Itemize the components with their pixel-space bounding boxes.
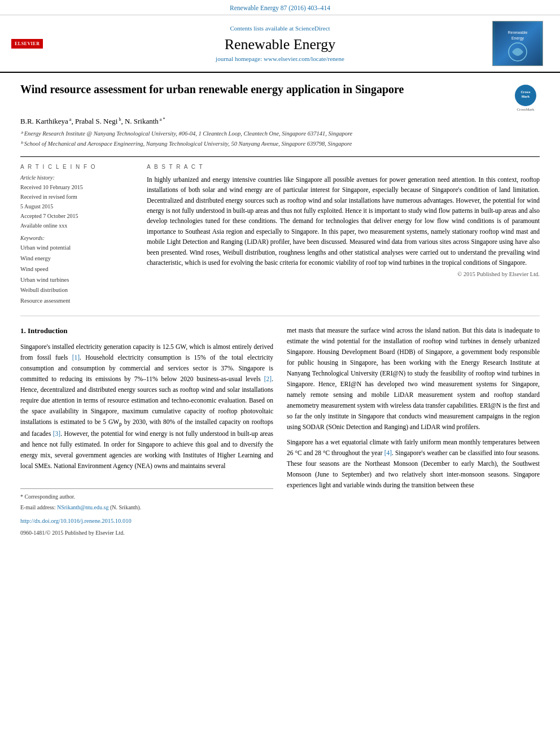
abstract-label: A B S T R A C T: [147, 164, 540, 170]
elsevier-text: ELSEVIER: [11, 39, 43, 49]
paper-title: Wind resource assessment for urban renew…: [20, 82, 404, 97]
journal-homepage-link[interactable]: www.elsevier.com/locate/renene: [264, 55, 344, 62]
article-info-label: A R T I C L E I N F O: [20, 164, 133, 170]
author-srikanth: N. Srikanth: [125, 117, 159, 125]
body-left-col: 1. Introduction Singapore's installed el…: [20, 325, 273, 537]
issn-line: 0960-1481/© 2015 Published by Elsevier L…: [20, 528, 273, 538]
elsevier-logo: ELSEVIER: [11, 39, 73, 49]
section1-heading: 1. Introduction: [20, 325, 273, 337]
section-divider: [20, 316, 540, 316]
article-info-block: A R T I C L E I N F O Article history: R…: [20, 164, 133, 307]
copyright-line: © 2015 Published by Elsevier Ltd.: [147, 271, 540, 277]
keywords-list: Urban wind potential Wind energy Wind sp…: [20, 243, 133, 307]
title-row: Wind resource assessment for urban renew…: [20, 82, 540, 112]
section1-left-para: Singapore's installed electricity genera…: [20, 342, 273, 471]
abstract-text: In highly urbanized and energy intensive…: [147, 174, 540, 268]
sciencedirect-link[interactable]: ScienceDirect: [295, 25, 330, 32]
keywords-label: Keywords:: [20, 235, 133, 241]
section1-right-para2: Singapore has a wet equatorial climate w…: [287, 437, 540, 491]
kw-5: Weibull distribution: [20, 285, 133, 296]
affil-a: ᵃ Energy Research Institute @ Nanyang Te…: [20, 129, 540, 138]
svg-text:Renewable: Renewable: [508, 30, 527, 34]
main-content: Wind resource assessment for urban renew…: [0, 73, 560, 547]
article-info-abstract: A R T I C L E I N F O Article history: R…: [20, 156, 540, 307]
crossmark-label: CrossMark: [517, 107, 534, 112]
journal-badge: Renewable Energy: [492, 21, 543, 66]
section1-right-para1: met masts that measure the surface wind …: [287, 325, 540, 433]
affil-b: ᵇ School of Mechanical and Aerospace Eng…: [20, 139, 540, 148]
doi-link[interactable]: http://dx.doi.org/10.1016/j.renene.2015.…: [20, 517, 273, 526]
crossmark-icon: Cross Mark: [515, 85, 536, 106]
kw-1: Urban wind potential: [20, 243, 133, 254]
journal-badge-area: Renewable Energy: [487, 21, 549, 66]
svg-text:Cross: Cross: [520, 90, 531, 94]
kw-3: Wind speed: [20, 264, 133, 275]
journal-header: ELSEVIER Contents lists available at Sci…: [0, 15, 560, 73]
journal-title-block: Contents lists available at ScienceDirec…: [73, 25, 487, 62]
abstract-block: A B S T R A C T In highly urbanized and …: [147, 164, 540, 307]
svg-text:Mark: Mark: [522, 95, 530, 98]
keywords-block: Keywords: Urban wind potential Wind ener…: [20, 235, 133, 307]
svg-rect-0: [495, 23, 540, 65]
footnote-email: E-mail address: NSrikanth@ntu.edu.sg (N.…: [20, 503, 273, 512]
kw-6: Resource assessment: [20, 296, 133, 307]
received-date: Received 10 February 2015 Received in re…: [20, 182, 133, 230]
journal-citation-link[interactable]: Renewable Energy 87 (2016) 403–414: [230, 5, 330, 11]
footnote-area: * Corresponding author. E-mail address: …: [20, 488, 273, 538]
crossmark-badge: Cross Mark CrossMark: [511, 84, 540, 112]
journal-title: Renewable Energy: [225, 36, 336, 53]
body-right-col: met masts that measure the surface wind …: [287, 325, 540, 537]
author-karthikeya: B.R. Karthikeya: [20, 117, 68, 125]
body-content: 1. Introduction Singapore's installed el…: [20, 325, 540, 537]
kw-2: Wind energy: [20, 254, 133, 264]
svg-text:Energy: Energy: [511, 36, 524, 41]
history-group: Article history: Received 10 February 20…: [20, 174, 133, 230]
journal-citation-bar: Renewable Energy 87 (2016) 403–414: [0, 0, 560, 15]
kw-4: Urban wind turbines: [20, 275, 133, 286]
affiliations: ᵃ Energy Research Institute @ Nanyang Te…: [20, 129, 540, 148]
author-negi: Prabal S. Negi: [75, 117, 117, 125]
contents-available-line: Contents lists available at ScienceDirec…: [230, 25, 330, 32]
footnote-email-address[interactable]: NSrikanth@ntu.edu.sg: [57, 504, 108, 510]
history-label: Article history:: [20, 174, 133, 181]
footnote-star: * Corresponding author.: [20, 492, 273, 501]
authors-line: B.R. Karthikeya a, Prabal S. Negi b, N. …: [20, 117, 540, 126]
journal-homepage-line: journal homepage: www.elsevier.com/locat…: [216, 55, 344, 62]
